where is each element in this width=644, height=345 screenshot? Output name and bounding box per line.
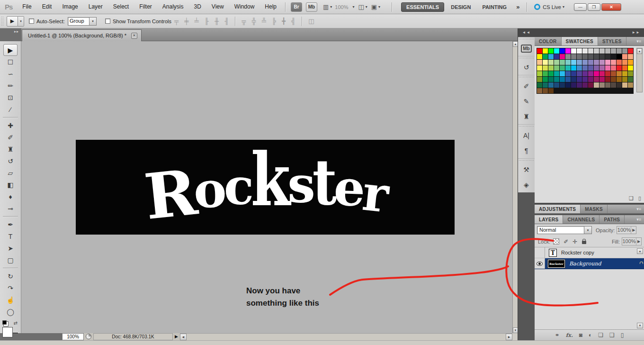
color-swatch[interactable] (605, 65, 610, 71)
visibility-toggle[interactable] (535, 258, 545, 269)
color-swatch[interactable] (537, 82, 542, 88)
color-swatch[interactable] (588, 48, 593, 54)
fill-field[interactable]: 100% ▶ (622, 237, 642, 245)
color-swatch[interactable] (605, 77, 610, 82)
color-swatch[interactable] (622, 71, 627, 76)
toolbox-collapse-button[interactable]: ▸▸ (0, 28, 21, 41)
menu-help[interactable]: Help (259, 0, 282, 14)
menu-select[interactable]: Select (108, 0, 134, 14)
view-extras-icon[interactable]: ▥ (323, 3, 329, 10)
add-layer-mask-icon[interactable]: ◙ (579, 332, 582, 338)
auto-align-layers-icon[interactable]: ◫ (305, 18, 317, 25)
color-swatch[interactable] (611, 60, 616, 65)
clone-source-icon[interactable]: ♜ (518, 109, 535, 124)
layers-tab-channels[interactable]: CHANNELS (563, 215, 599, 224)
color-swatch[interactable] (605, 82, 610, 88)
tool-presets-icon[interactable]: ✎ (518, 94, 535, 109)
menu-file[interactable]: File (17, 0, 36, 14)
opacity-slider-arrow[interactable]: ▶ (631, 227, 636, 234)
color-swatch[interactable] (548, 54, 554, 59)
color-swatch[interactable] (617, 48, 622, 54)
swatches-scrollbar[interactable]: ▲ (636, 48, 643, 92)
color-swatch[interactable] (594, 54, 599, 59)
lock-pixels-icon[interactable]: ✐ (564, 238, 568, 245)
menu-3d[interactable]: 3D (189, 0, 206, 14)
link-layers-icon[interactable]: ⚭ (555, 332, 560, 338)
menu-edit[interactable]: Edit (37, 0, 57, 14)
color-swatch[interactable] (571, 82, 576, 88)
color-swatch[interactable] (543, 71, 548, 76)
horizontal-scrollbar[interactable]: ◀ ▶ (180, 333, 512, 340)
color-swatch[interactable] (617, 77, 622, 82)
color-swatch[interactable] (617, 65, 622, 71)
color-swatch[interactable] (594, 48, 599, 54)
hand-tool[interactable]: ☝ (3, 294, 18, 306)
distribute-left-edges-icon[interactable]: ╠ (269, 18, 279, 25)
workspace-overflow-button[interactable]: » (512, 3, 523, 10)
color-swatch[interactable] (543, 65, 548, 71)
restore-button[interactable]: ❐ (588, 3, 600, 11)
color-swatch[interactable] (554, 48, 559, 54)
color-swatch[interactable] (599, 82, 605, 88)
layer-row-rockster-copy[interactable]: TRockster copy (535, 247, 644, 258)
paragraph-icon[interactable]: ¶ (518, 143, 535, 158)
color-swatch[interactable] (594, 65, 599, 71)
workspace-design[interactable]: DESIGN (446, 3, 475, 11)
color-swatch[interactable] (582, 77, 588, 82)
lock-position-icon[interactable]: ✛ (572, 238, 577, 245)
menu-view[interactable]: View (206, 0, 229, 14)
status-zoom-field[interactable]: 100% (62, 333, 84, 340)
rounded-rectangle-tool[interactable]: ▢ (3, 254, 18, 266)
color-swatch[interactable] (537, 71, 542, 76)
color-swatch[interactable] (577, 77, 582, 82)
distribute-right-edges-icon[interactable]: ╣ (288, 18, 298, 25)
swatches-tab-styles[interactable]: STYLES (598, 37, 626, 45)
color-swatch[interactable] (554, 54, 559, 59)
color-swatch[interactable] (611, 54, 616, 59)
auto-select-checkbox[interactable] (29, 18, 34, 24)
color-swatch[interactable] (543, 48, 548, 54)
color-swatch[interactable] (548, 88, 554, 93)
vertical-scrollbar[interactable]: ▲ ▼ (512, 41, 518, 333)
default-colors-icon[interactable] (2, 320, 7, 325)
color-swatch[interactable] (565, 71, 571, 76)
color-swatch[interactable] (594, 77, 599, 82)
pen-tool[interactable]: ✒ (3, 218, 18, 230)
color-swatch[interactable] (577, 82, 582, 88)
workspace-essentials[interactable]: ESSENTIALS (401, 2, 444, 12)
3d-object-rotate-tool[interactable]: ↻ (3, 270, 18, 282)
color-swatch[interactable] (543, 77, 548, 82)
color-swatch[interactable] (554, 65, 559, 71)
new-adjustment-layer-icon[interactable]: ◐ (589, 332, 592, 338)
color-swatch[interactable] (548, 48, 554, 54)
color-swatch[interactable] (543, 88, 548, 93)
color-swatch[interactable] (605, 48, 610, 54)
color-swatch[interactable] (554, 60, 559, 65)
opacity-field[interactable]: 100% ▶ (617, 226, 636, 234)
layer-row-background[interactable]: RocksterBackground (535, 258, 644, 269)
color-swatch[interactable] (554, 71, 559, 76)
color-swatch[interactable] (565, 48, 571, 54)
foreground-color-swatch[interactable] (2, 327, 13, 337)
color-swatch[interactable] (594, 60, 599, 65)
swatches-tab-swatches[interactable]: SWATCHES (562, 37, 598, 45)
align-vertical-centers-icon[interactable]: ╪ (181, 18, 191, 25)
color-swatch[interactable] (588, 82, 593, 88)
layer-thumbnail[interactable]: Rockster (548, 260, 565, 268)
color-swatch[interactable] (537, 54, 542, 59)
color-swatch[interactable] (617, 82, 622, 88)
chevron-down-icon[interactable]: ▾ (330, 5, 332, 9)
color-swatch[interactable] (582, 48, 588, 54)
align-horizontal-centers-icon[interactable]: ╫ (212, 18, 222, 25)
layers-tab-paths[interactable]: PATHS (599, 215, 625, 224)
document-tab[interactable]: Untitled-1 @ 100% (Background, RGB/8) * … (22, 29, 142, 41)
menu-window[interactable]: Window (229, 0, 260, 14)
scroll-down-icon[interactable]: ▼ (637, 323, 643, 328)
color-swatch[interactable] (548, 60, 554, 65)
color-swatch[interactable] (543, 82, 548, 88)
panel-menu-icon[interactable]: ▾≡ (636, 215, 644, 224)
tool-preset-dropdown[interactable]: ▾ (18, 16, 24, 27)
screen-mode-icon[interactable]: ▣ (371, 3, 377, 10)
close-button[interactable]: ✕ (601, 3, 621, 11)
color-swatch[interactable] (560, 65, 565, 71)
